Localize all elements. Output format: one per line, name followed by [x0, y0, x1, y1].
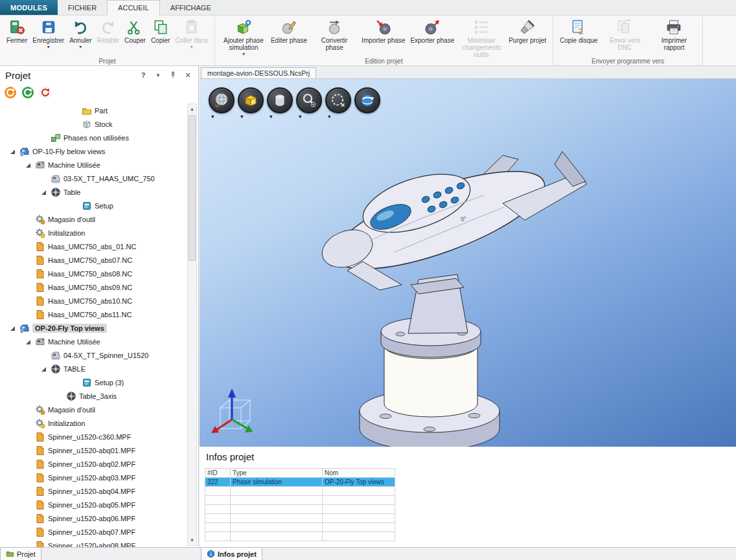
expander-icon[interactable] [25, 158, 34, 172]
magnifier-gear-icon [296, 87, 322, 113]
copie-disque-button[interactable]: 2Copie disque [558, 17, 599, 45]
tree-item-label: Spinner_u1520-abq06.MPF [48, 515, 135, 522]
tree-item[interactable]: Haas_UMC750_abs10.NC [0, 294, 187, 308]
tab-modules[interactable]: MODULES [0, 0, 58, 15]
project-refresh-red-button[interactable] [39, 86, 52, 99]
close-icon[interactable]: ✕ [183, 70, 193, 80]
tree-item[interactable]: Magasin d'outil [0, 212, 187, 226]
envoi-vers-dnc-button[interactable]: Envoi vers DNC [601, 17, 649, 52]
info-icon [207, 550, 215, 558]
tree-item[interactable]: Haas_UMC750_abs07.NC [0, 253, 187, 267]
tree-item[interactable]: 04-5X_TT_Spinner_U1520 [0, 348, 187, 362]
tree-item[interactable]: Spinner_u1520-abq02.MPF [0, 457, 187, 471]
editer-phase-button[interactable]: Editer phase [269, 17, 309, 45]
tree-item[interactable]: OP-10-Fly below views [0, 144, 187, 158]
zoom-tools-button[interactable]: ▾ [296, 87, 325, 120]
table-row[interactable] [205, 505, 395, 514]
table-row[interactable] [205, 523, 395, 532]
tree-item[interactable]: Spinner_u1520-abq05.MPF [0, 498, 187, 511]
tree-item[interactable]: Haas_UMC750_abs09.NC [0, 280, 187, 294]
enregistrer-button[interactable]: Enregistrer▾ [30, 17, 66, 51]
table-header-cell: Type [231, 469, 323, 478]
tree-item[interactable]: Spinner_u1520-abq08.MPF [0, 539, 187, 547]
tree-item[interactable]: Stock [0, 117, 187, 131]
tree-item-label: Magasin d'outil [48, 216, 95, 223]
help-icon[interactable]: ? [138, 70, 148, 80]
table-cell [323, 532, 395, 541]
tab-fichier[interactable]: FICHIER [58, 0, 107, 15]
copier-button[interactable]: Copier [149, 17, 172, 45]
expander-icon[interactable] [9, 321, 18, 335]
tree-item[interactable]: Setup (3) [0, 375, 187, 389]
imprimer-rapport-button[interactable]: Imprimer rapport [650, 17, 698, 52]
table-row[interactable] [205, 496, 395, 505]
tree-item[interactable]: Machine Utilisée [0, 335, 187, 348]
minimiser-changements-outils-button[interactable]: Minimiser changements outils [457, 17, 505, 60]
tree-item[interactable]: Spinner_u1520-abq03.MPF [0, 471, 187, 484]
tree-item[interactable]: Table [0, 185, 187, 199]
couper-button[interactable]: Couper [122, 17, 148, 45]
tree-item[interactable]: Machine Utilisée [0, 158, 187, 172]
tree-item[interactable]: Spinner_u1520-abq04.MPF [0, 484, 187, 498]
project-refresh-green-button[interactable] [21, 86, 34, 99]
part-display-button[interactable]: ▾ [267, 87, 296, 120]
redo-icon [100, 19, 117, 36]
expander-spacer [25, 403, 34, 416]
tree-item[interactable]: Magasin d'outil [0, 403, 187, 416]
tree-scrollbar[interactable]: ▲ ▼ [187, 104, 197, 546]
table-row[interactable]: 322Phase simulationOP-20-Fly Top views [205, 478, 395, 487]
expander-icon[interactable] [40, 362, 49, 375]
status-tab-projet[interactable]: Projet [0, 547, 41, 560]
project-refresh-orange-button[interactable] [4, 86, 17, 99]
status-tab-infos-projet[interactable]: Infos projet [201, 547, 262, 560]
document-tab[interactable]: montage-avion-DESSOUS.NcsPrj [201, 67, 316, 78]
tree-item[interactable]: OP-20-Fly Top views [0, 321, 187, 335]
tree-item[interactable]: Haas_UMC750_abs11.NC [0, 308, 187, 321]
convertir-phase-button[interactable]: Convertir phase [310, 17, 358, 52]
table-row[interactable] [205, 487, 395, 496]
tab-accueil[interactable]: ACCUEIL [107, 0, 160, 16]
table-row[interactable] [205, 532, 395, 541]
importer-phase-button[interactable]: Importer phase [360, 17, 407, 45]
tree-item[interactable]: Spinner_u1520-abq07.MPF [0, 525, 187, 539]
tree-item[interactable]: Setup [0, 199, 187, 212]
scroll-up-icon[interactable]: ▲ [188, 104, 196, 114]
expander-spacer [25, 308, 34, 321]
table-row[interactable] [205, 514, 395, 523]
coller-dans-button[interactable]: Coller dans▾ [173, 17, 210, 51]
tree-item[interactable]: Initialization [0, 226, 187, 240]
expander-icon[interactable] [40, 185, 49, 199]
tab-affichage[interactable]: AFFICHAGE [160, 0, 222, 15]
close-project-icon [8, 19, 25, 36]
tree-item[interactable]: Initialization [0, 416, 187, 430]
tree-item[interactable]: Haas_UMC750_abs08.NC [0, 267, 187, 280]
cylinder-gray-icon [267, 87, 293, 113]
annuler-button[interactable]: Annuler▾ [67, 17, 93, 51]
scrollbar-thumb[interactable] [189, 115, 196, 261]
pin-icon[interactable] [168, 70, 178, 80]
view-orientation-button[interactable]: ▾ [209, 87, 238, 120]
tree-item[interactable]: Phases non utilisées [0, 131, 187, 144]
selection-tools-button[interactable]: ▾ [325, 87, 354, 120]
fermer-button[interactable]: Fermer [5, 17, 29, 45]
retablir-button[interactable]: Rétablir [95, 17, 121, 45]
tree-item[interactable]: Haas_UMC750_abs_01.NC [0, 240, 187, 253]
scroll-down-icon[interactable]: ▼ [188, 535, 196, 545]
purger-projet-button[interactable]: Purger projet [507, 17, 548, 45]
tree-item[interactable]: 03-5X_TT_HAAS_UMC_750 [0, 172, 187, 185]
tree-item[interactable]: Table_3axis [0, 389, 187, 403]
nc-file-icon [34, 296, 47, 306]
stock-display-button[interactable]: ▾ [238, 87, 267, 120]
tree-item[interactable]: Part [0, 104, 187, 117]
expander-icon[interactable] [25, 335, 34, 348]
tree-item[interactable]: Spinner_u1520-abq06.MPF [0, 511, 187, 525]
tree-item[interactable]: Spinner_u1520-c360.MPF [0, 430, 187, 443]
viewport-3d[interactable]: 0° ▾▾▾▾▾ [200, 79, 736, 447]
chevron-down-icon[interactable]: ▾ [153, 70, 163, 80]
ajouter-phase-simulation-button[interactable]: Ajouter phase simulation▾ [220, 17, 268, 58]
rotate-view-button[interactable] [354, 87, 384, 120]
tree-item[interactable]: Spinner_u1520-abq01.MPF [0, 443, 187, 457]
expander-icon[interactable] [9, 144, 18, 158]
exporter-phase-button[interactable]: Exporter phase [408, 17, 456, 45]
tree-item[interactable]: TABLE [0, 362, 187, 375]
